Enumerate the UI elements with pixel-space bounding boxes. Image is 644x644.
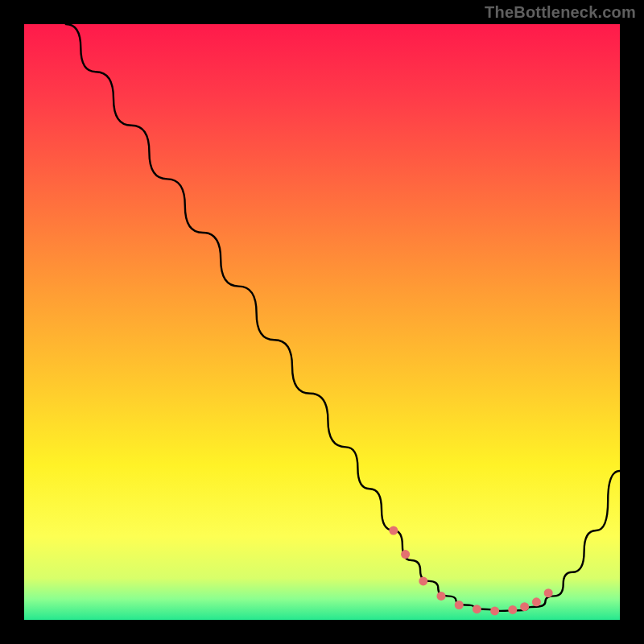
highlight-marker	[401, 550, 410, 559]
highlight-marker	[389, 526, 398, 535]
highlight-marker	[455, 601, 464, 609]
plot-background	[24, 24, 620, 620]
watermark: TheBottleneck.com	[485, 3, 636, 22]
highlight-marker	[473, 605, 481, 613]
highlight-marker	[544, 588, 553, 597]
chart-canvas	[0, 0, 644, 644]
highlight-marker	[508, 605, 517, 614]
highlight-marker	[520, 602, 529, 611]
highlight-marker	[437, 592, 446, 601]
chart-stage: TheBottleneck.com	[0, 0, 644, 644]
highlight-marker	[490, 606, 499, 615]
highlight-marker	[532, 597, 541, 606]
highlight-marker	[419, 576, 427, 585]
